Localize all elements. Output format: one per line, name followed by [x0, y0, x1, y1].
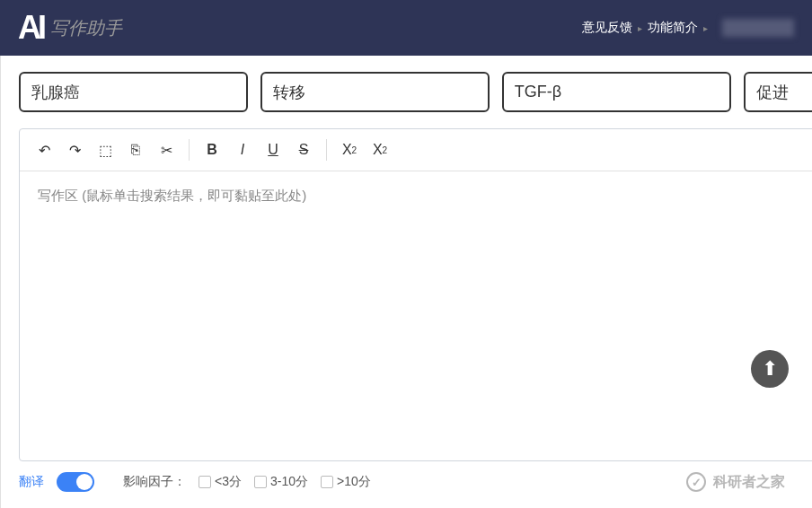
impact-factor-label: 影响因子：: [123, 474, 186, 490]
copy-icon[interactable]: ⎘: [122, 136, 149, 163]
logo: AI 写作助手: [18, 9, 122, 47]
sidebar-item-sci-draw[interactable]: 科研绘图: [0, 469, 1, 508]
sidebar-item-acknowledge[interactable]: Acknowledge: [0, 345, 1, 386]
superscript-icon[interactable]: X2: [366, 136, 393, 163]
translate-toggle[interactable]: [57, 472, 94, 492]
search-input-2[interactable]: [260, 72, 490, 112]
checkbox-icon: [199, 476, 211, 488]
bottom-row: 翻译 影响因子： <3分 3-10分 >10分: [19, 461, 812, 492]
editor-body[interactable]: 写作区 (鼠标单击搜索结果，即可黏贴至此处): [20, 171, 812, 426]
toolbar-separator: [189, 139, 190, 161]
main-area: ↻ 查 询 ↶ ↷ ⬚ ⎘ ✂ B I U S X2 X2 写作区 (鼠标单击搜…: [1, 56, 812, 508]
logo-icon: AI: [18, 9, 43, 47]
italic-icon[interactable]: I: [229, 136, 256, 163]
sidebar-item-title[interactable]: Title: [0, 56, 1, 97]
nav-intro[interactable]: 功能简介: [648, 20, 698, 36]
sidebar-item-results[interactable]: Results: [0, 262, 1, 303]
new-badge-icon: [0, 386, 1, 425]
container: Title Keywords Abstract Introduction Met…: [0, 56, 812, 508]
sidebar-item-rewrite[interactable]: 降重/润色: [0, 427, 1, 469]
arrow-up-icon: ⬆: [762, 357, 778, 381]
filter-label-text: <3分: [215, 474, 242, 488]
logo-text: 写作助手: [50, 16, 122, 40]
sidebar-item-methods[interactable]: Methods: [0, 221, 1, 262]
subscript-icon[interactable]: X2: [336, 136, 363, 163]
editor-toolbar: ↶ ↷ ⬚ ⎘ ✂ B I U S X2 X2: [20, 129, 812, 171]
filter-option-2[interactable]: 3-10分: [254, 474, 308, 490]
redo-icon[interactable]: ↷: [61, 136, 88, 163]
header: AI 写作助手 意见反馈 ▸ 功能简介 ▸: [0, 0, 812, 56]
search-input-3[interactable]: [502, 72, 731, 112]
toolbar-separator: [326, 139, 327, 161]
search-row: ↻ 查 询: [19, 72, 812, 112]
search-input-1[interactable]: [19, 72, 248, 112]
editor: ↶ ↷ ⬚ ⎘ ✂ B I U S X2 X2 写作区 (鼠标单击搜索结果，即可…: [19, 128, 812, 461]
filter-option-1[interactable]: <3分: [199, 474, 242, 490]
sidebar: Title Keywords Abstract Introduction Met…: [0, 56, 1, 508]
header-nav: 意见反馈 ▸ 功能简介 ▸: [582, 19, 794, 37]
sidebar-item-introduction[interactable]: Introduction: [0, 180, 1, 221]
nav-sep-icon: ▸: [638, 23, 642, 33]
checkbox-icon: [254, 476, 267, 488]
sidebar-item-fulltext-search[interactable]: 全库检索(CNS): [0, 386, 1, 427]
select-all-icon[interactable]: ⬚: [92, 136, 119, 163]
nav-sep-icon: ▸: [703, 23, 708, 33]
search-input-4[interactable]: [744, 72, 812, 112]
cut-icon[interactable]: ✂: [153, 136, 180, 163]
strikethrough-icon[interactable]: S: [290, 136, 317, 163]
sidebar-item-discussion[interactable]: Discussion: [0, 303, 1, 345]
checkbox-icon: [321, 476, 333, 488]
scroll-top-button[interactable]: ⬆: [751, 350, 789, 388]
filter-label-text: 3-10分: [270, 474, 308, 488]
filter-label-text: >10分: [337, 474, 371, 488]
editor-footer: ↻ 🗑 0 字: [20, 426, 812, 460]
underline-icon[interactable]: U: [260, 136, 287, 163]
nav-feedback[interactable]: 意见反馈: [582, 20, 632, 36]
filter-option-3[interactable]: >10分: [321, 474, 371, 490]
translate-label: 翻译: [19, 474, 44, 490]
sidebar-item-keywords[interactable]: Keywords: [0, 97, 1, 138]
header-user-area[interactable]: [722, 19, 794, 37]
sidebar-item-abstract[interactable]: Abstract: [0, 138, 1, 180]
bold-icon[interactable]: B: [199, 136, 225, 163]
undo-icon[interactable]: ↶: [31, 136, 57, 163]
